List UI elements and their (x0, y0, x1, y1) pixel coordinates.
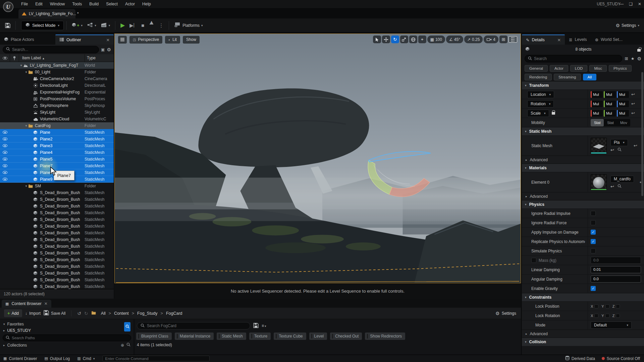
fogcard-gizmo[interactable] (365, 146, 435, 201)
details-filter-rendering[interactable]: Rendering (525, 74, 552, 80)
item-label-column[interactable]: Item Label ▲ (19, 56, 85, 60)
level-viewport[interactable]: ◳Perspective ◐Lit Show ↻ ⌖ ▦100 ∠45° ↗0.… (114, 34, 521, 283)
filter-icon[interactable]: ≡▾ (262, 323, 266, 328)
play-button[interactable]: ▶ (118, 20, 127, 31)
platforms-dropdown[interactable]: Platforms▾ (172, 20, 205, 31)
details-settings-icon[interactable]: ⚙ (637, 56, 641, 61)
close-outliner-icon[interactable]: ✕ (106, 38, 110, 43)
section-transform[interactable]: ▾Transform (522, 81, 644, 89)
details-display-icon[interactable]: ⊞ (625, 56, 628, 61)
play-options-button[interactable]: ⋮ (156, 20, 166, 31)
outliner-row-plane4-13[interactable]: Plane4StaticMesh (0, 149, 114, 156)
rotation-space-dropdown[interactable]: Rotation▾ (527, 100, 554, 108)
menu-edit[interactable]: Edit (32, 0, 46, 8)
expander-icon[interactable]: ▾ (24, 70, 28, 74)
viewport-grid-icon[interactable]: ⊞ (499, 36, 507, 43)
select-tool-icon[interactable] (373, 36, 381, 43)
use-selected-asset-icon[interactable]: ↩ (610, 147, 614, 153)
save-all-button[interactable]: Save All (44, 310, 65, 316)
outliner-row-volumetriccloud-8[interactable]: VolumetricCloudVolumetricC (0, 116, 114, 122)
outliner-row-exponentialheightfog-4[interactable]: ExponentialHeightFogExponential (0, 89, 114, 96)
rotation-axis-x-field[interactable]: Mul (591, 101, 603, 107)
outliner-row-s_dead_broom_bush-22[interactable]: S_Dead_Broom_BushStaticMesh (0, 209, 114, 216)
outliner-row-postprocessvolume-5[interactable]: PostProcessVolumePostProces (0, 96, 114, 102)
tab-outliner[interactable]: Outliner ✕ (55, 35, 114, 45)
console-command-input[interactable] (102, 356, 210, 361)
expander-icon[interactable]: ▾ (19, 64, 23, 67)
mode-dropdown[interactable]: Default▾ (591, 321, 632, 329)
lock-position-y[interactable]: Y (601, 304, 609, 308)
back-icon[interactable]: ↺ (77, 311, 81, 316)
asset-tab-level[interactable]: LV_Lighting_Sample_Fo... * (18, 9, 75, 18)
material-thumbnail[interactable] (591, 174, 607, 190)
forward-icon[interactable]: ↻ (84, 311, 88, 316)
rotation-snap-control[interactable]: ∠45° (446, 36, 463, 43)
maximize-icon[interactable]: ❑ (629, 2, 633, 6)
visibility-toggle[interactable] (0, 131, 10, 134)
angular-damping-field[interactable]: 0.0 (591, 276, 641, 283)
linear-damping-field[interactable]: 0.01 (591, 266, 641, 273)
reset-rotation-icon[interactable]: ↩ (631, 101, 635, 106)
tab-levels[interactable]: ≣ Levels (565, 35, 591, 45)
lock-rotation-y[interactable]: Y (601, 314, 609, 318)
tab-details[interactable]: ✎ Details ✕ (522, 35, 565, 45)
material-asset-field[interactable]: M_cardfo (610, 176, 634, 183)
breadcrumb-fog_study[interactable]: Fog_Study (137, 311, 157, 316)
output-log-button[interactable]: ▤Output Log (44, 356, 70, 361)
lock-position-x[interactable]: X (591, 304, 598, 308)
outliner-row-s_dead_broom_bush-32[interactable]: S_Dead_Broom_BushStaticMesh (0, 277, 114, 283)
menu-file[interactable]: File (17, 0, 32, 8)
lock-position-x-checkbox[interactable] (594, 304, 598, 308)
simulate-physics-checkbox[interactable] (591, 248, 596, 253)
collections-item[interactable]: ▸Collections ⊕ (0, 342, 134, 348)
outliner-row-s_dead_broom_bush-26[interactable]: S_Dead_Broom_BushStaticMesh (0, 236, 114, 243)
derived-data-button[interactable]: Derived Data (565, 356, 595, 361)
outliner-row-00_light-1[interactable]: ▾00_LightFolder (0, 69, 114, 75)
tab-world-settings[interactable]: ⊕ World Set... (591, 35, 627, 45)
filter-chip-checked-out[interactable]: Checked Out (330, 333, 362, 340)
menu-build[interactable]: Build (86, 0, 102, 8)
viewport-layout-icon[interactable] (508, 36, 517, 43)
select-mode-dropdown[interactable]: Select Mode ▾ (21, 21, 64, 30)
outliner-row-lv_lighting_sample_fogt-0[interactable]: ▾LV_Lighting_Sample_FogTWorld (0, 62, 114, 69)
ignore-radial-impulse-checkbox[interactable] (591, 211, 596, 216)
outliner-row-s_dead_broom_bush-29[interactable]: S_Dead_Broom_BushStaticMesh (0, 256, 114, 263)
content-drawer-button[interactable]: ▦Content Drawer (3, 356, 37, 361)
menu-tools[interactable]: Tools (68, 0, 86, 8)
outliner-view-icon[interactable]: ▣ (101, 47, 105, 52)
lock-position-z[interactable]: Z (612, 304, 620, 308)
lock-rotation-x-checkbox[interactable] (594, 314, 598, 318)
grid-snap-control[interactable]: ▦100 (427, 36, 445, 43)
view-mode-dropdown[interactable]: ◐Lit (165, 36, 180, 44)
expander-icon[interactable]: ▾ (24, 124, 28, 127)
world-space-icon[interactable] (409, 36, 417, 43)
enable-gravity-checkbox[interactable]: ✓ (591, 286, 596, 291)
section-physics[interactable]: ▾Physics (522, 200, 644, 208)
details-scrollbar[interactable] (641, 72, 643, 196)
details-filter-misc[interactable]: Misc (589, 65, 607, 72)
lock-rotation-z-checkbox[interactable] (616, 314, 620, 318)
breadcrumb-content[interactable]: Content (114, 311, 129, 316)
pin-column-icon[interactable] (10, 54, 19, 62)
static-mesh-asset-dropdown[interactable]: Pla▾ (610, 139, 628, 146)
visibility-toggle[interactable] (0, 151, 10, 154)
lock-rotation-y-checkbox[interactable] (605, 314, 609, 318)
mobility-segmented-control[interactable]: StatStatMov (591, 119, 630, 126)
unreal-logo-icon[interactable]: U (3, 2, 13, 12)
filter-chip-static-mesh[interactable]: Static Mesh (217, 333, 246, 340)
lock-position-z-checkbox[interactable] (616, 304, 620, 308)
filter-chip-texture-cube[interactable]: Texture Cube (274, 333, 306, 340)
visibility-toggle[interactable] (0, 164, 10, 167)
details-filter-physics[interactable]: Physics (609, 65, 632, 72)
translate-tool-icon[interactable] (382, 36, 390, 43)
mobility-option-1[interactable]: Stat (604, 119, 617, 126)
browse-to-asset-icon[interactable] (618, 184, 622, 189)
location-axis-x-field[interactable]: Mul (591, 91, 603, 98)
outliner-row-s_dead_broom_bush-21[interactable]: S_Dead_Broom_BushStaticMesh (0, 203, 114, 209)
outliner-row-cinecameraactor2-2[interactable]: CineCameraActor2CineCamera (0, 75, 114, 82)
reset-static-mesh-icon[interactable]: ↩ (634, 143, 637, 148)
outliner-row-skyatmosphere-6[interactable]: SkyAtmosphereSkyAtmosp (0, 102, 114, 109)
tab-place-actors[interactable]: Place Actors (0, 35, 55, 45)
section-materials[interactable]: ▾Materials (522, 164, 644, 172)
section-static-mesh[interactable]: ▾Static Mesh (522, 127, 644, 135)
